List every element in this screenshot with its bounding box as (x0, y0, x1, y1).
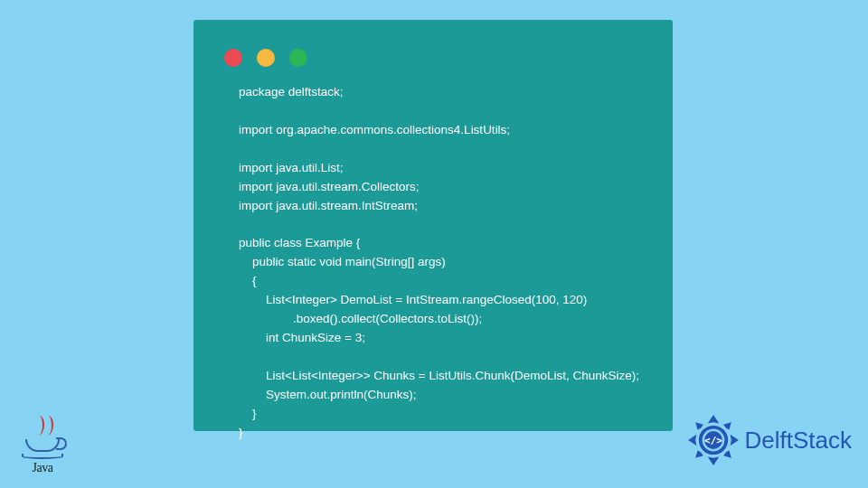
java-logo: Java (22, 416, 63, 475)
java-label: Java (33, 461, 53, 475)
window-maximize-dot (289, 49, 307, 67)
traffic-lights (224, 49, 307, 67)
java-saucer-icon (22, 454, 63, 459)
window-minimize-dot (257, 49, 275, 67)
delftstack-badge-icon: </> (685, 412, 741, 468)
code-block: package delftstack; import org.apache.co… (239, 83, 646, 443)
window-close-dot (224, 49, 242, 67)
code-window: package delftstack; import org.apache.co… (193, 20, 673, 431)
java-cup-icon (25, 439, 60, 452)
java-steam-icon (30, 416, 55, 441)
delftstack-label: DelftStack (745, 427, 853, 455)
delftstack-logo: </> DelftStack (685, 412, 853, 468)
svg-text:</>: </> (703, 435, 722, 446)
